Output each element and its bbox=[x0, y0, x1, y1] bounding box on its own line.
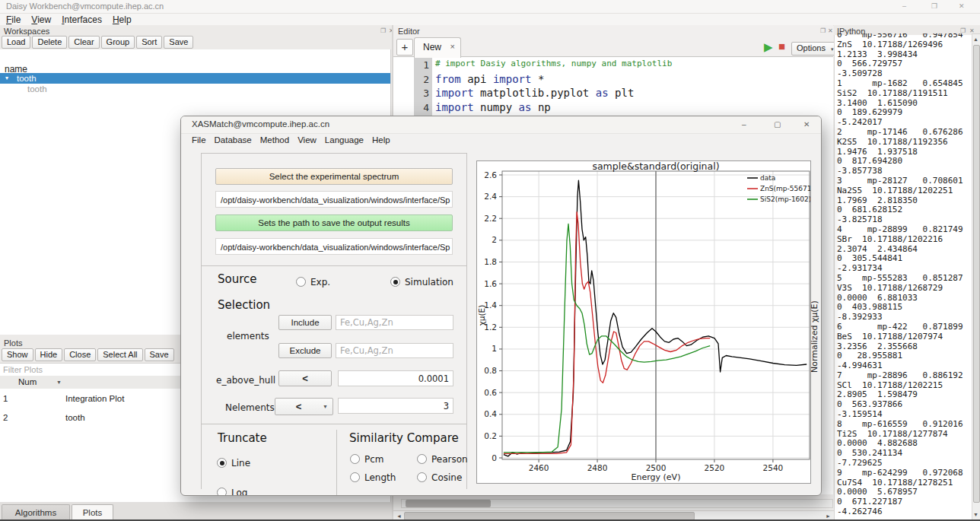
radio-line[interactable]: Line bbox=[217, 458, 250, 468]
svg-text:0.6: 0.6 bbox=[484, 388, 497, 397]
radio-circle-icon[interactable] bbox=[417, 472, 427, 482]
menu-view[interactable]: View bbox=[31, 14, 51, 25]
tab-plots[interactable]: Plots bbox=[72, 504, 113, 520]
nelements-label: Nelements bbox=[225, 402, 275, 413]
radio-pcm[interactable]: Pcm bbox=[350, 454, 384, 464]
save-path-button[interactable]: Sets the path to save the output results bbox=[215, 214, 453, 231]
radio-circle-icon[interactable] bbox=[350, 454, 360, 464]
load-button[interactable]: Load bbox=[2, 36, 30, 49]
radio-pearson[interactable]: Pearson bbox=[417, 454, 468, 464]
stop-icon[interactable]: ■ bbox=[778, 40, 785, 52]
include-button[interactable]: Include bbox=[278, 315, 332, 330]
radio-circle-icon[interactable] bbox=[217, 458, 227, 468]
ipython-line: 8 mp-616559 0.912016 bbox=[837, 420, 972, 430]
exclude-button[interactable]: Exclude bbox=[278, 343, 332, 358]
show-button[interactable]: Show bbox=[2, 348, 33, 361]
menu-database[interactable]: Database bbox=[215, 135, 252, 145]
tab-close-icon[interactable]: × bbox=[450, 42, 455, 51]
save-button[interactable]: Save bbox=[164, 36, 193, 49]
sort-button[interactable]: Sort bbox=[136, 36, 162, 49]
tab-algorithms[interactable]: Algorithms bbox=[2, 504, 70, 520]
series-ZnS(mp-556716) bbox=[504, 212, 710, 454]
select-all-button[interactable]: Select All bbox=[97, 348, 142, 361]
clear-button[interactable]: Clear bbox=[68, 36, 99, 49]
include-elements-input[interactable] bbox=[336, 315, 453, 330]
tab-label[interactable]: New bbox=[423, 42, 441, 52]
tab-new[interactable]: New × bbox=[414, 37, 461, 58]
ipython-vscroll-thumb[interactable] bbox=[973, 45, 980, 503]
e-above-hull-operator-button[interactable]: < bbox=[278, 370, 332, 386]
radio-label: Length bbox=[364, 472, 396, 483]
float-editor-icon[interactable]: ❐ bbox=[820, 27, 826, 34]
radio-circle-icon[interactable] bbox=[350, 472, 360, 482]
select-spectrum-button[interactable]: Select the experimental spectrum bbox=[215, 168, 453, 185]
svg-text:2460: 2460 bbox=[529, 463, 549, 472]
dialog-minimize-icon[interactable]: – bbox=[742, 120, 746, 129]
tree-item-tooth[interactable]: tooth bbox=[0, 84, 390, 94]
ipython-console[interactable]: 0 mp-556716 0.947854ZnS 10.17188/1269496… bbox=[837, 33, 972, 521]
plots-toolbar: ShowHideCloseSelect AllSave bbox=[2, 348, 174, 361]
hide-button[interactable]: Hide bbox=[35, 348, 63, 361]
delete-button[interactable]: Delete bbox=[32, 36, 67, 49]
editor-hscroll-thumb[interactable] bbox=[406, 500, 491, 507]
radio-circle-icon[interactable] bbox=[296, 277, 306, 287]
run-icon[interactable]: ▶ bbox=[764, 40, 773, 54]
ipython-vscrollbar[interactable]: ▲ ▼ bbox=[972, 33, 980, 521]
menu-file[interactable]: File bbox=[192, 135, 206, 145]
radio-circle-icon[interactable] bbox=[217, 488, 227, 496]
ipython-line: 1 mp-1682 0.654845 bbox=[837, 79, 972, 89]
options-button[interactable]: Options ▾ bbox=[791, 42, 839, 56]
tree-expand-icon[interactable]: ▾ bbox=[5, 73, 8, 84]
radio-log[interactable]: Log bbox=[217, 488, 247, 496]
menu-interfaces[interactable]: Interfaces bbox=[62, 14, 102, 25]
close-button[interactable]: Close bbox=[64, 348, 96, 361]
radio-simulation[interactable]: Simulation bbox=[390, 277, 453, 287]
new-tab-button[interactable]: + bbox=[396, 39, 413, 56]
x-axis-label: Energy (eV) bbox=[632, 472, 681, 482]
tree-item-tooth[interactable]: ▾tooth bbox=[0, 73, 390, 84]
radio-circle-icon[interactable] bbox=[417, 454, 427, 464]
radio-exp[interactable]: Exp. bbox=[296, 277, 330, 287]
editor-hscrollbar[interactable] bbox=[401, 499, 833, 508]
ipython-line: 4 mp-28899 0.821749 bbox=[837, 225, 972, 235]
main-window-title: Daisy Workbench@vmcompute.ihep.ac.cn bbox=[6, 2, 164, 11]
save-button[interactable]: Save bbox=[145, 348, 174, 361]
exclude-elements-input[interactable] bbox=[336, 343, 453, 358]
dialog-maximize-icon[interactable]: ▢ bbox=[774, 120, 781, 129]
e-above-hull-value-input[interactable] bbox=[338, 370, 453, 386]
output-path-field[interactable]: /opt/daisy-workbench/data_visualization/… bbox=[215, 238, 453, 255]
scroll-right-icon[interactable]: ► bbox=[826, 513, 831, 519]
dialog-title: XASMatch@vmcompute.ihep.ac.cn bbox=[192, 119, 329, 129]
restore-icon[interactable]: ❐ bbox=[931, 2, 937, 10]
menu-method[interactable]: Method bbox=[260, 135, 289, 145]
code-line: from api import * bbox=[435, 73, 544, 87]
radio-circle-icon[interactable] bbox=[390, 277, 400, 287]
spectrum-path-field[interactable]: /opt/daisy-workbench/data_visualization/… bbox=[215, 191, 453, 208]
chart-canvas[interactable]: 2460248025002520254000.20.40.60.811.21.4… bbox=[476, 160, 811, 484]
menu-view[interactable]: View bbox=[298, 135, 317, 145]
y-axis-label: χμ(E) bbox=[477, 305, 486, 326]
float-panel-icon[interactable]: ❐ bbox=[380, 27, 386, 34]
minimize-icon[interactable]: – bbox=[902, 2, 906, 10]
scroll-left-icon[interactable]: ◄ bbox=[396, 513, 402, 519]
ipython-line: 2 mp-17146 0.676286 bbox=[837, 128, 972, 138]
nelements-value-input[interactable] bbox=[338, 398, 453, 414]
radio-cosine[interactable]: Cosine bbox=[417, 472, 462, 482]
menu-help[interactable]: Help bbox=[113, 14, 132, 25]
scroll-down-icon[interactable]: ▼ bbox=[973, 511, 978, 518]
scroll-up-icon[interactable]: ▲ bbox=[973, 36, 978, 43]
close-icon[interactable]: ✕ bbox=[959, 2, 965, 10]
frame-top bbox=[201, 153, 466, 154]
group-button[interactable]: Group bbox=[101, 36, 135, 49]
close-editor-icon[interactable]: ✕ bbox=[828, 27, 833, 34]
code-lines[interactable]: # import Dasiy algorithms, numpy and mat… bbox=[435, 57, 816, 118]
column-dropdown-icon[interactable]: ▼ bbox=[56, 380, 62, 385]
chart-title: sample&standard(original) bbox=[592, 161, 719, 172]
menu-language[interactable]: Language bbox=[325, 135, 364, 145]
plots-column-header[interactable]: Num bbox=[18, 377, 37, 386]
radio-length[interactable]: Length bbox=[350, 472, 396, 482]
menu-file[interactable]: File bbox=[6, 14, 21, 25]
menu-help[interactable]: Help bbox=[372, 135, 390, 145]
nelements-operator-combobox[interactable]: < ▼ bbox=[275, 398, 333, 415]
dialog-close-icon[interactable]: ✕ bbox=[803, 120, 810, 129]
